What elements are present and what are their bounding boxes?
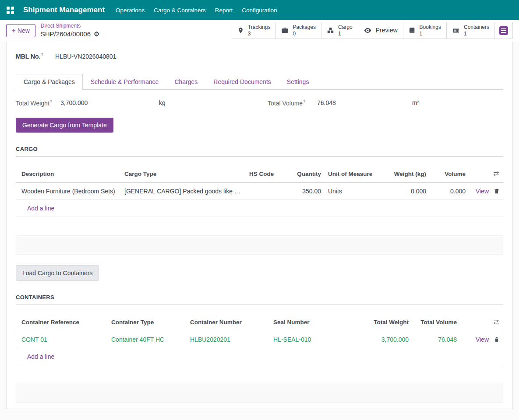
container-icon <box>452 27 460 35</box>
stat-button-preview[interactable]: Preview <box>358 22 403 39</box>
stat-count: 1 <box>420 31 423 37</box>
stat-label: Containers <box>464 24 489 30</box>
container-seal-cell[interactable]: HL-SEAL-010 <box>270 331 353 348</box>
col-cargo-type[interactable]: Cargo Type <box>121 165 246 183</box>
cargo-quantity-cell[interactable]: 350.00 <box>287 183 325 200</box>
apps-grid-icon[interactable] <box>7 7 14 14</box>
cargo-add-line-link[interactable]: Add a line <box>21 200 503 217</box>
stat-button-trackings[interactable]: Trackings 3 <box>232 22 276 39</box>
cargo-uom-cell[interactable]: Units <box>325 183 381 200</box>
container-reference-cell[interactable]: CONT 01 <box>16 331 108 348</box>
tab-cargo-packages[interactable]: Cargo & Packages <box>16 74 83 90</box>
col-volume[interactable]: Volume <box>430 165 469 183</box>
stat-label: Cargo <box>338 24 353 30</box>
col-container-number[interactable]: Container Number <box>187 314 270 331</box>
stat-button-packages[interactable]: Packages 0 <box>275 22 321 39</box>
mbl-label: MBL No.? <box>16 52 43 60</box>
col-unit-of-measure[interactable]: Unit of Measure <box>325 165 381 183</box>
tab-schedule-performance[interactable]: Schedule & Performance <box>83 74 167 90</box>
container-weight-cell[interactable]: 3,700.000 <box>353 331 412 348</box>
container-number-cell[interactable]: HLBU2020201 <box>187 331 270 348</box>
containers-table-row[interactable]: CONT 01 Container 40FT HC HLBU2020201 HL… <box>16 331 503 348</box>
form-sheet: MBL No.? HLBU-VN2026040801 Cargo & Packa… <box>6 41 513 409</box>
gear-icon[interactable]: ⚙ <box>94 31 99 37</box>
cargo-add-line-row: Add a line <box>16 200 503 217</box>
containers-table: Container Reference Container Type Conta… <box>16 314 503 403</box>
stat-count: 1 <box>464 31 467 37</box>
generate-cargo-button[interactable]: Generate Cargo from Template <box>16 118 113 133</box>
total-weight-uom: kg <box>159 99 166 106</box>
containers-add-line-row: Add a line <box>16 348 503 365</box>
briefcase-icon <box>281 27 289 34</box>
col-total-weight[interactable]: Total Weight <box>353 314 412 331</box>
col-total-volume[interactable]: Total Volume <box>412 314 460 331</box>
optional-columns-icon[interactable] <box>493 170 500 177</box>
cargo-volume-cell[interactable]: 0.000 <box>430 183 469 200</box>
help-marker: ? <box>41 52 44 57</box>
containers-table-header: Container Reference Container Type Conta… <box>16 314 503 331</box>
menu-report[interactable]: Report <box>215 7 233 14</box>
stat-label: Preview <box>376 27 398 34</box>
optional-columns-icon[interactable] <box>493 318 500 326</box>
containers-add-line-link[interactable]: Add a line <box>21 348 503 365</box>
total-volume-value[interactable]: 76.048 <box>317 99 412 106</box>
cargo-type-cell[interactable]: [GENERAL CARGO] Packed goods like … <box>121 183 246 200</box>
tab-charges[interactable]: Charges <box>166 74 205 90</box>
plus-icon: + <box>12 27 16 34</box>
view-button[interactable]: View <box>476 188 489 195</box>
containers-section-title: CONTAINERS <box>16 294 503 305</box>
col-container-reference[interactable]: Container Reference <box>16 314 108 331</box>
stat-count: 1 <box>338 31 341 37</box>
stat-count: 3 <box>248 31 251 37</box>
tab-required-documents[interactable]: Required Documents <box>205 74 279 90</box>
view-button[interactable]: View <box>476 336 489 343</box>
stat-button-containers[interactable]: Containers 1 <box>446 22 495 39</box>
breadcrumb-parent[interactable]: Direct Shipments <box>41 23 100 30</box>
col-weight[interactable]: Weight (kg) <box>381 165 430 183</box>
control-panel: + New Direct Shipments SHP/2604/00006 ⚙ … <box>0 20 519 41</box>
cargo-hs-code-cell[interactable] <box>246 183 287 200</box>
cargo-section-title: CARGO <box>16 146 503 157</box>
new-button[interactable]: + New <box>6 24 35 37</box>
mbl-field: MBL No.? HLBU-VN2026040801 <box>16 52 503 60</box>
trash-icon[interactable] <box>494 188 500 194</box>
mbl-value[interactable]: HLBU-VN2026040801 <box>55 53 116 60</box>
top-navbar: Shipment Management Operations Cargo & C… <box>0 0 519 20</box>
load-cargo-button[interactable]: Load Cargo to Containers <box>16 265 99 281</box>
stat-count: 0 <box>293 31 296 37</box>
col-description[interactable]: Description <box>16 165 121 183</box>
container-type-cell[interactable]: Container 40FT HC <box>108 331 187 348</box>
cargo-description-cell[interactable]: Wooden Furniture (Bedroom Sets) <box>16 183 121 200</box>
col-container-type[interactable]: Container Type <box>108 314 187 331</box>
smart-button-group: Trackings 3 Packages 0 Cargo 1 <box>232 22 513 39</box>
col-seal-number[interactable]: Seal Number <box>270 314 353 331</box>
col-quantity[interactable]: Quantity <box>287 165 325 183</box>
empty-row <box>16 384 503 403</box>
breadcrumb-current: SHP/2604/00006 <box>41 30 91 38</box>
stat-button-cargo[interactable]: Cargo 1 <box>321 22 358 39</box>
cargo-table-row[interactable]: Wooden Furniture (Bedroom Sets) [GENERAL… <box>16 183 503 200</box>
more-stat-buttons-button[interactable] <box>494 22 513 39</box>
help-marker: ? <box>50 99 52 104</box>
stat-label: Bookings <box>420 24 441 30</box>
empty-row <box>16 217 503 236</box>
menu-cargo-containers[interactable]: Cargo & Containers <box>154 7 206 14</box>
empty-row <box>16 365 503 384</box>
help-marker: ? <box>303 99 305 104</box>
trash-icon[interactable] <box>494 336 500 343</box>
cargo-table-header: Description Cargo Type HS Code Quantity … <box>16 165 503 183</box>
map-marker-icon <box>237 27 244 34</box>
menu-configuration[interactable]: Configuration <box>242 7 277 14</box>
col-hs-code[interactable]: HS Code <box>246 165 287 183</box>
tab-settings[interactable]: Settings <box>279 74 317 90</box>
list-lines-icon <box>499 26 508 35</box>
total-weight-field: Total Weight? 3,700.000 kg <box>16 99 268 107</box>
total-weight-value[interactable]: 3,700.000 <box>60 99 159 106</box>
stat-button-bookings[interactable]: Bookings 1 <box>403 22 447 39</box>
breadcrumb: Direct Shipments SHP/2604/00006 ⚙ <box>41 23 100 38</box>
cargo-weight-cell[interactable]: 0.000 <box>381 183 430 200</box>
new-button-label: New <box>18 27 30 34</box>
container-volume-cell[interactable]: 76.048 <box>412 331 460 348</box>
menu-operations[interactable]: Operations <box>116 7 145 14</box>
app-title: Shipment Management <box>23 6 105 14</box>
